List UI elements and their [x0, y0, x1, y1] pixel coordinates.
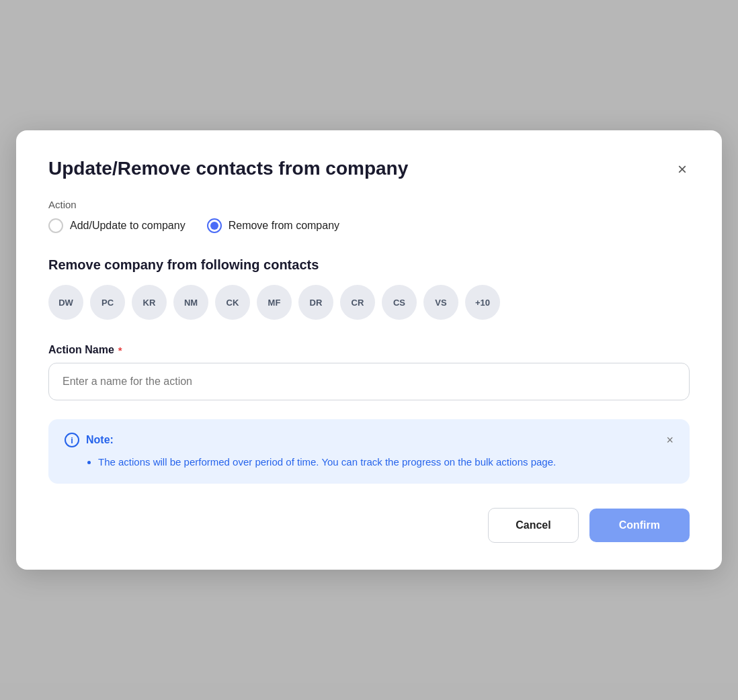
action-name-label: Action Name * — [48, 344, 690, 356]
action-name-input[interactable] — [48, 363, 690, 400]
note-title-text: Note: — [86, 434, 114, 446]
required-star: * — [118, 345, 122, 356]
cancel-button[interactable]: Cancel — [488, 508, 578, 543]
modal-close-button[interactable]: × — [675, 159, 690, 180]
avatar-row: DW PC KR NM CK MF DR CR CS VS +10 — [48, 285, 690, 320]
action-section-label: Action — [48, 199, 690, 210]
action-name-text: Action Name — [48, 344, 114, 356]
avatar-chip-cs: CS — [382, 285, 417, 320]
radio-option-add-update[interactable]: Add/Update to company — [48, 218, 186, 233]
avatar-chip-pc: PC — [90, 285, 125, 320]
radio-label-remove: Remove from company — [229, 220, 339, 232]
modal-footer: Cancel Confirm — [48, 508, 690, 543]
avatar-chip-mf: MF — [257, 285, 292, 320]
avatar-chip-overflow: +10 — [465, 285, 500, 320]
note-header: i Note: × — [65, 433, 673, 447]
confirm-button[interactable]: Confirm — [589, 509, 690, 542]
avatar-chip-dr: DR — [298, 285, 333, 320]
avatar-chip-dw: DW — [48, 285, 83, 320]
avatar-chip-nm: NM — [173, 285, 208, 320]
avatar-chip-vs: VS — [423, 285, 458, 320]
avatar-chip-kr: KR — [132, 285, 167, 320]
radio-circle-add-update — [48, 218, 63, 233]
modal-title: Update/Remove contacts from company — [48, 157, 408, 180]
action-radio-group: Add/Update to company Remove from compan… — [48, 218, 690, 233]
modal-overlay: Update/Remove contacts from company × Ac… — [0, 0, 738, 700]
note-close-button[interactable]: × — [666, 434, 673, 446]
modal-dialog: Update/Remove contacts from company × Ac… — [16, 130, 722, 570]
avatar-chip-cr: CR — [340, 285, 375, 320]
info-icon: i — [65, 433, 79, 447]
radio-circle-remove — [207, 218, 222, 233]
radio-label-add-update: Add/Update to company — [70, 220, 186, 232]
note-item: The actions will be performed over perio… — [98, 454, 673, 470]
radio-option-remove[interactable]: Remove from company — [207, 218, 339, 233]
modal-header: Update/Remove contacts from company × — [48, 157, 690, 180]
note-body: The actions will be performed over perio… — [65, 454, 673, 470]
note-box: i Note: × The actions will be performed … — [48, 419, 690, 484]
note-title: i Note: — [65, 433, 114, 447]
avatar-chip-ck: CK — [215, 285, 250, 320]
contacts-section-title: Remove company from following contacts — [48, 257, 690, 273]
